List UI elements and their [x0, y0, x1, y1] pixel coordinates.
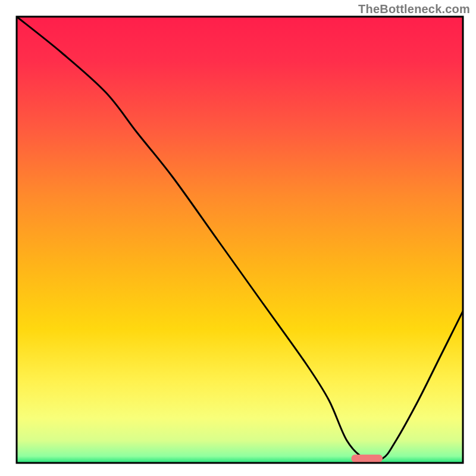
gradient-background — [17, 17, 463, 463]
watermark-text: TheBottleneck.com — [358, 2, 470, 16]
optimal-range-marker — [352, 455, 383, 462]
bottleneck-chart — [0, 0, 476, 476]
chart-container: TheBottleneck.com — [0, 0, 476, 476]
